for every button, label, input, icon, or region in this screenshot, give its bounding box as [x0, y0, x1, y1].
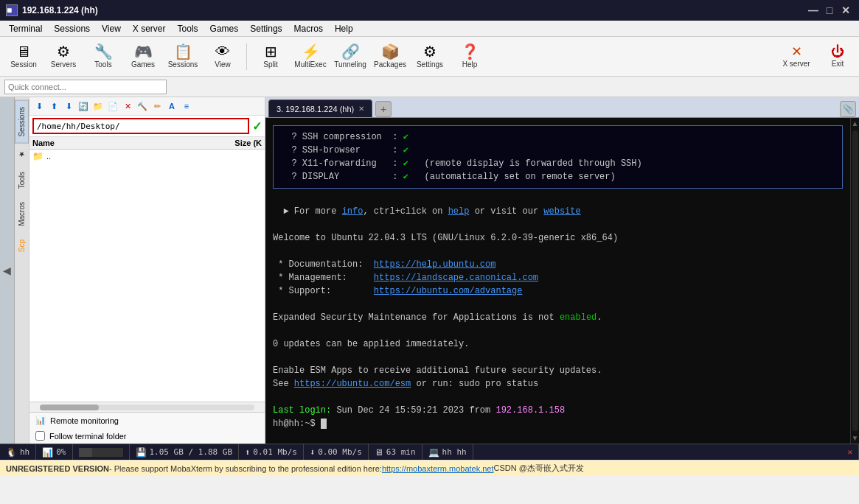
side-tab-macros[interactable]: Macros: [15, 195, 29, 233]
remote-monitoring-icon: 📊: [35, 416, 46, 425]
sb-host: 🐧 hh: [0, 444, 36, 460]
mem-progress-fill: [79, 448, 92, 457]
scroll-up-arrow[interactable]: ▲: [850, 118, 859, 129]
toolbar-tunneling[interactable]: 🔗 Tunneling: [331, 40, 369, 74]
term-prompt: hh@hh:~$: [273, 417, 843, 430]
maximize-button[interactable]: □: [822, 3, 837, 18]
left-collapse-button[interactable]: ◀: [0, 97, 15, 444]
ft-newfile[interactable]: 📄: [106, 99, 119, 113]
menu-settings[interactable]: Settings: [244, 22, 288, 35]
ft-folder[interactable]: 📁: [91, 99, 105, 113]
terminal-tab-1[interactable]: 3. 192.168.1.224 (hh) ✕: [268, 99, 372, 117]
support-link[interactable]: https://ubuntu.com/advantage: [374, 286, 523, 296]
side-tab-scp[interactable]: Scp: [15, 233, 29, 259]
ft-refresh[interactable]: 🔄: [77, 99, 90, 113]
toolbar-session[interactable]: 🖥 Session: [4, 40, 43, 74]
ft-menu[interactable]: ≡: [180, 99, 193, 113]
sb-cpu: 📊 0%: [36, 444, 72, 460]
menu-terminal[interactable]: Terminal: [3, 22, 48, 35]
side-tab-sessions[interactable]: Sessions: [15, 100, 29, 144]
unreg-link[interactable]: https://mobaxterm.mobatek.net: [382, 464, 494, 473]
scroll-down-arrow[interactable]: ▼: [850, 433, 859, 444]
down-icon: ⬇: [310, 447, 315, 458]
host-icon: 🐧: [6, 447, 17, 458]
menu-bar: Terminal Sessions View X server Tools Ga…: [0, 21, 859, 37]
toolbar-sessions[interactable]: 📋 Sessions: [164, 40, 202, 74]
terminal-tab-close[interactable]: ✕: [358, 105, 364, 113]
toolbar-multiexec[interactable]: ⚡ MultiExec: [291, 40, 330, 74]
help-link[interactable]: help: [448, 206, 470, 217]
scroll-thumb: [40, 405, 99, 410]
title-bar: ■ 192.168.1.224 (hh) — □ ✕: [0, 0, 859, 21]
ft-edit[interactable]: ✏: [150, 99, 164, 113]
term-line: [273, 245, 843, 258]
menu-sessions[interactable]: Sessions: [48, 22, 96, 35]
menu-view[interactable]: View: [96, 22, 127, 35]
term-line: See https://ubuntu.com/esm or run: sudo …: [273, 377, 843, 391]
toolbar-settings[interactable]: ⚙ Settings: [411, 40, 449, 74]
new-tab-button[interactable]: +: [375, 101, 392, 117]
follow-folder-checkbox[interactable]: [35, 431, 45, 441]
user-icon: 💻: [428, 447, 439, 458]
sb-upload: ⬆ 0.01 Mb/s: [239, 444, 304, 460]
term-line: [273, 218, 843, 231]
toolbar-packages[interactable]: 📦 Packages: [371, 40, 409, 74]
unreg-message: - Please support MobaXterm by subscribin…: [109, 464, 382, 473]
side-tab-tools[interactable]: Tools: [15, 165, 29, 195]
file-row[interactable]: 📁 ..: [29, 150, 265, 163]
toolbar-tools[interactable]: 🔧 Tools: [84, 40, 122, 74]
esm-link[interactable]: https://ubuntu.com/esm: [294, 379, 411, 389]
doc-link[interactable]: https://help.ubuntu.com: [374, 259, 496, 270]
ft-delete[interactable]: ✕: [121, 99, 134, 113]
info-link[interactable]: info: [342, 206, 364, 217]
menu-games[interactable]: Games: [204, 22, 245, 35]
mgmt-link[interactable]: https://landscape.canonical.com: [374, 273, 538, 283]
term-line: * Support: https://ubuntu.com/advantage: [273, 284, 843, 298]
toolbar-separator: [246, 43, 247, 70]
sb-mem-bar: [73, 444, 130, 460]
file-panel: ⬇ ⬆ ⬇ 🔄 📁 📄 ✕ 🔨 ✏ A ≡ ✓ Name Size (K 📁: [29, 97, 265, 444]
window-title: 192.168.1.224 (hh): [22, 5, 806, 15]
sb-close[interactable]: ✕: [841, 444, 859, 460]
term-line: ? SSH compression : ✔: [281, 130, 835, 144]
ft-download2[interactable]: ⬇: [62, 99, 75, 113]
ft-upload[interactable]: ⬆: [47, 99, 60, 113]
toolbar-servers[interactable]: ⚙ Servers: [44, 40, 83, 74]
side-tab-favorites[interactable]: ★: [15, 144, 29, 165]
ft-text[interactable]: A: [165, 99, 178, 113]
minimize-button[interactable]: —: [806, 3, 821, 18]
quick-connect-input[interactable]: [4, 80, 167, 94]
sb-user-text: hh hh: [442, 447, 467, 457]
welcome-line: Welcome to Ubuntu 22.04.3 LTS (GNU/Linux…: [273, 231, 843, 245]
close-button[interactable]: ✕: [838, 3, 853, 18]
ft-download[interactable]: ⬇: [32, 99, 46, 113]
sb-download-text: 0.00 Mb/s: [318, 447, 362, 457]
menu-help[interactable]: Help: [329, 22, 359, 35]
toolbar-view[interactable]: 👁 View: [204, 40, 242, 74]
toolbar-split[interactable]: ⊞ Split: [251, 40, 290, 74]
sb-upload-text: 0.01 Mb/s: [253, 447, 297, 457]
terminal-scrollbar[interactable]: ▲ ▼: [850, 118, 859, 444]
term-line: ? X11-forwarding : ✔ (remote display is …: [281, 157, 835, 170]
mem-icon: 💾: [136, 447, 147, 458]
file-scrollbar-h[interactable]: [29, 402, 265, 412]
term-line: [273, 298, 843, 311]
term-line: ? DISPLAY : ✔ (automatically set on remo…: [281, 170, 835, 183]
toolbar-games[interactable]: 🎮 Games: [124, 40, 162, 74]
toolbar-help[interactable]: ❓ Help: [451, 40, 489, 74]
path-bar: ✓: [29, 116, 265, 137]
terminal-content[interactable]: ? SSH compression : ✔ ? SSH-browser : ✔ …: [265, 118, 850, 444]
menu-xserver[interactable]: X server: [127, 22, 172, 35]
path-input[interactable]: [32, 118, 249, 134]
tab-attach-button[interactable]: 📎: [840, 101, 856, 117]
toolbar-xserver[interactable]: ✕ X server: [773, 40, 819, 74]
unreg-suffix: CSDN @杰哥嵌入式开发: [494, 463, 584, 474]
ft-rename[interactable]: 🔨: [136, 99, 149, 113]
toolbar-exit[interactable]: ⏻ Exit: [821, 40, 855, 74]
term-line: * Management: https://landscape.canonica…: [273, 271, 843, 284]
remote-monitoring[interactable]: 📊 Remote monitoring: [29, 412, 265, 428]
terminal-info-box: ? SSH compression : ✔ ? SSH-browser : ✔ …: [273, 125, 843, 189]
menu-macros[interactable]: Macros: [288, 22, 329, 35]
website-link[interactable]: website: [543, 206, 580, 217]
menu-tools[interactable]: Tools: [172, 22, 204, 35]
